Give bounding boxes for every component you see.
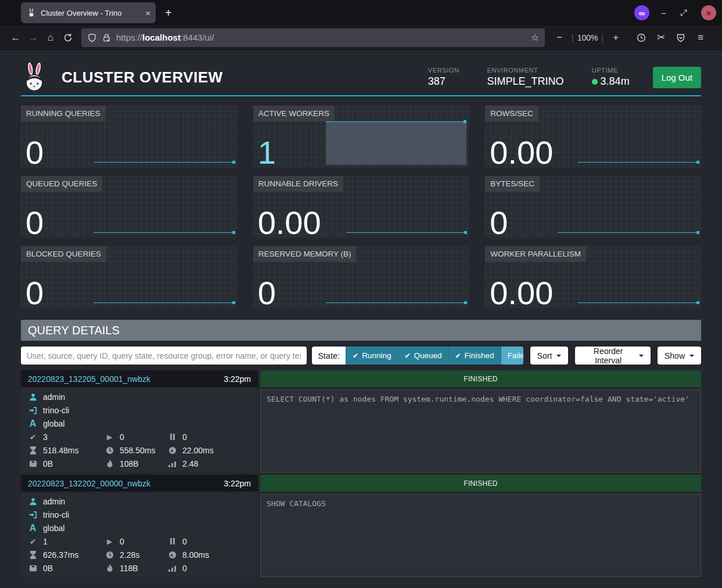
history-clock-icon[interactable]: [633, 32, 650, 44]
caret-down-icon: [639, 355, 644, 357]
clock-icon: [105, 551, 114, 559]
zoom-out-button[interactable]: −: [551, 32, 568, 44]
stat-value: 0: [26, 277, 44, 309]
queued-pause-icon: [167, 434, 177, 440]
query-time: 3:22pm: [224, 374, 251, 384]
window-maximize-button[interactable]: ⤢: [680, 8, 687, 18]
stat-value: 0.00: [490, 277, 553, 309]
query-sql-text: SHOW CATALOGS: [260, 494, 701, 577]
query-resource-group: global: [43, 419, 64, 428]
stat-label: BYTES/SEC: [485, 176, 540, 192]
stat-card-bytes-sec: BYTES/SEC 0: [485, 176, 701, 238]
screenshot-scissors-icon[interactable]: ✂: [652, 31, 670, 44]
app-header: CLUSTER OVERVIEW VERSION 387 ENVIRONMENT…: [21, 50, 701, 92]
running-play-icon: [105, 433, 114, 441]
queued-pause-icon: [167, 538, 177, 544]
query-id-cell: 20220823_132205_00001_nwbzk 3:22pm: [21, 370, 258, 387]
uptime-value: 3.84m: [601, 75, 630, 88]
sort-dropdown[interactable]: Sort: [530, 347, 569, 365]
query-row: 20220823_132205_00001_nwbzk 3:22pm FINIS…: [21, 370, 701, 472]
query-source: trino-cli: [43, 510, 69, 520]
logout-button[interactable]: Log Out: [653, 67, 701, 88]
reload-button[interactable]: [59, 32, 77, 44]
show-dropdown[interactable]: Show: [658, 347, 701, 365]
bookmark-star-icon[interactable]: ☆: [531, 32, 539, 43]
menu-hamburger-icon[interactable]: ≡: [692, 32, 709, 44]
stat-label: BLOCKED QUERIES: [21, 246, 106, 262]
home-button[interactable]: ⌂: [42, 32, 59, 44]
state-label: State:: [312, 347, 346, 365]
reorder-interval-dropdown[interactable]: Reorder Interval: [575, 347, 651, 365]
version-value: 387: [428, 75, 459, 88]
query-details-section: QUERY DETAILS State: Running Queued Fini…: [21, 320, 701, 577]
stat-label: ACTIVE WORKERS: [253, 106, 335, 121]
stat-label: RESERVED MEMORY (B): [253, 246, 357, 262]
query-info-panel: admin trino-cli Aglobal 1 0 0 626.37ms 2…: [21, 492, 258, 577]
stat-value: 0: [490, 207, 508, 239]
caret-down-icon: [556, 355, 561, 357]
back-button[interactable]: ←: [7, 32, 24, 44]
stat-card-running-queries: RUNNING QUERIES 0: [21, 106, 237, 168]
query-time: 3:22pm: [224, 479, 251, 488]
stat-label: WORKER PARALLELISM: [485, 246, 586, 262]
version-label: VERSION: [428, 67, 459, 74]
sparkline: [326, 302, 467, 303]
new-tab-button[interactable]: +: [165, 6, 172, 20]
url-text[interactable]: https://localhost:8443/ui/: [116, 33, 526, 42]
filter-running-button[interactable]: Running: [346, 347, 397, 365]
completed-check-icon: [28, 537, 38, 546]
trino-favicon-bunny-icon: [26, 8, 36, 17]
query-resource-group: global: [43, 524, 64, 533]
zoom-in-button[interactable]: +: [607, 32, 624, 44]
query-sql-text: SELECT COUNT(*) as nodes FROM system.run…: [260, 389, 701, 472]
sparkline: [578, 302, 699, 303]
environment-label: ENVIRONMENT: [487, 67, 564, 74]
sparkline: [94, 232, 235, 233]
sparkline: [94, 162, 235, 163]
query-search-input[interactable]: [21, 347, 307, 365]
filter-finished-button[interactable]: Finished: [448, 347, 501, 365]
sparkline: [578, 162, 699, 163]
uptime-label: UPTIME: [592, 67, 630, 74]
stat-card-rows-sec: ROWS/SEC 0.00: [485, 106, 701, 168]
state-filter-group: State: Running Queued Finished Failed: [312, 347, 523, 365]
tab-close-icon[interactable]: ×: [145, 8, 150, 18]
filter-failed-dropdown[interactable]: Failed: [501, 347, 523, 365]
query-details-header: QUERY DETAILS: [21, 320, 701, 341]
caret-down-icon: [689, 355, 694, 357]
gauge-icon: [167, 551, 177, 559]
window-close-button[interactable]: ×: [701, 5, 716, 20]
source-login-icon: [28, 511, 38, 519]
browser-tab[interactable]: Cluster Overview - Trino ×: [21, 2, 156, 23]
page-title: CLUSTER OVERVIEW: [62, 68, 223, 86]
browser-navbar: ← → ⌂ https://localhost:8443/ui/ ☆ − | 1…: [0, 26, 722, 50]
query-source: trino-cli: [43, 406, 69, 415]
query-id-link[interactable]: 20220823_132205_00001_nwbzk: [28, 374, 150, 384]
stat-card-blocked-queries: BLOCKED QUERIES 0: [21, 246, 237, 308]
stat-label: RUNNABLE DRIVERS: [253, 176, 343, 192]
query-status-badge: FINISHED: [260, 475, 701, 492]
query-row: 20220823_132202_00000_nwbzk 3:22pm FINIS…: [21, 475, 701, 577]
user-icon: [28, 393, 38, 401]
browser-titlebar: Cluster Overview - Trino × + ∞ − ⤢ ×: [0, 0, 722, 26]
check-icon: [353, 351, 358, 360]
fire-icon: [105, 460, 114, 468]
resource-group-icon: A: [28, 523, 38, 533]
check-icon: [404, 351, 410, 360]
query-id-link[interactable]: 20220823_132202_00000_nwbzk: [28, 479, 150, 488]
scale-icon: [28, 564, 38, 572]
zoom-level[interactable]: 100%: [577, 33, 598, 42]
resource-group-icon: A: [28, 419, 38, 429]
clock-icon: [105, 446, 114, 454]
gauge-icon: [167, 446, 177, 454]
query-user: admin: [43, 392, 65, 402]
lock-warning-icon[interactable]: [102, 33, 112, 42]
url-bar[interactable]: https://localhost:8443/ui/ ☆: [81, 28, 545, 47]
source-login-icon: [28, 406, 38, 414]
hourglass-icon: [28, 446, 38, 454]
pocket-shield-icon[interactable]: [672, 32, 689, 44]
forward-button[interactable]: →: [24, 32, 42, 44]
tracking-shield-icon[interactable]: [87, 33, 97, 42]
filter-queued-button[interactable]: Queued: [397, 347, 448, 365]
window-minimize-button[interactable]: −: [661, 8, 666, 18]
